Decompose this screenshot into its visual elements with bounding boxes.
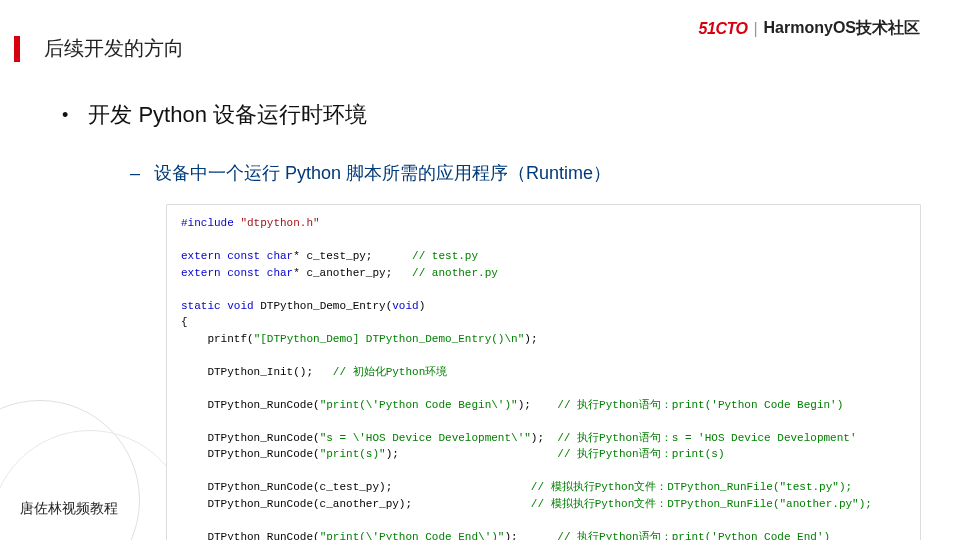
code-text: ); <box>518 399 558 411</box>
code-text: * c_test_py; <box>293 250 412 262</box>
code-keyword: #include <box>181 217 234 229</box>
code-comment: // 执行Python语句：print('Python Code End') <box>557 531 830 541</box>
code-text: DTPython_Demo_Entry( <box>254 300 393 312</box>
code-text: DTPython_Init(); <box>181 366 333 378</box>
code-text: DTPython_RunCode( <box>181 432 320 444</box>
code-text: DTPython_RunCode(c_test_py); <box>181 481 531 493</box>
code-text: printf( <box>181 333 254 345</box>
code-text: DTPython_RunCode( <box>181 531 320 541</box>
code-text: * c_another_py; <box>293 267 412 279</box>
code-include: "dtpython.h" <box>234 217 320 229</box>
code-keyword: static void <box>181 300 254 312</box>
code-keyword: extern const char <box>181 250 293 262</box>
code-block: #include "dtpython.h" extern const char*… <box>166 204 921 540</box>
code-comment: // 执行Python语句：print(s) <box>557 448 724 460</box>
bullet-dot-icon: • <box>62 105 68 126</box>
code-string: "print(\'Python Code Begin\')" <box>320 399 518 411</box>
code-text: ); <box>386 448 558 460</box>
code-comment: // 执行Python语句：print('Python Code Begin') <box>557 399 843 411</box>
code-string: "s = \'HOS Device Development\'" <box>320 432 531 444</box>
code-comment: // 模拟执行Python文件：DTPython_RunFile("anothe… <box>531 498 872 510</box>
code-comment: // 初始化Python环境 <box>333 366 447 378</box>
code-comment: // test.py <box>412 250 478 262</box>
bullet-level-1: • 开发 Python 设备运行时环境 <box>62 100 367 130</box>
code-text: ) <box>419 300 426 312</box>
code-comment: // another.py <box>412 267 498 279</box>
code-text: ); <box>504 531 557 541</box>
code-keyword: extern const char <box>181 267 293 279</box>
code-string: "print(\'Python Code End\')" <box>320 531 505 541</box>
header-brand: 51CTO | HarmonyOS技术社区 <box>699 18 920 39</box>
brand-divider: | <box>753 20 757 38</box>
code-text: ); <box>531 432 557 444</box>
code-text: DTPython_RunCode(c_another_py); <box>181 498 531 510</box>
code-keyword: void <box>392 300 418 312</box>
bullet-1-text: 开发 Python 设备运行时环境 <box>88 100 367 130</box>
code-comment: // 执行Python语句：s = 'HOS Device Developmen… <box>557 432 856 444</box>
code-comment: // 模拟执行Python文件：DTPython_RunFile("test.p… <box>531 481 852 493</box>
brand-logo: 51CTO <box>699 20 748 38</box>
code-text: DTPython_RunCode( <box>181 448 320 460</box>
code-text: { <box>181 316 188 328</box>
footer-text: 唐佐林视频教程 <box>20 500 118 518</box>
code-text: ); <box>524 333 537 345</box>
code-text: DTPython_RunCode( <box>181 399 320 411</box>
title-accent-bar <box>14 36 20 62</box>
code-string: "print(s)" <box>320 448 386 460</box>
bullet-dash-icon: – <box>130 163 140 184</box>
brand-text: HarmonyOS技术社区 <box>764 18 920 39</box>
slide: 51CTO | HarmonyOS技术社区 后续开发的方向 • 开发 Pytho… <box>0 0 960 540</box>
bullet-2-text: 设备中一个运行 Python 脚本所需的应用程序（Runtime） <box>154 161 611 185</box>
bullet-level-2: – 设备中一个运行 Python 脚本所需的应用程序（Runtime） <box>130 161 611 185</box>
code-string: "[DTPython_Demo] DTPython_Demo_Entry()\n… <box>254 333 525 345</box>
slide-title: 后续开发的方向 <box>44 35 184 62</box>
